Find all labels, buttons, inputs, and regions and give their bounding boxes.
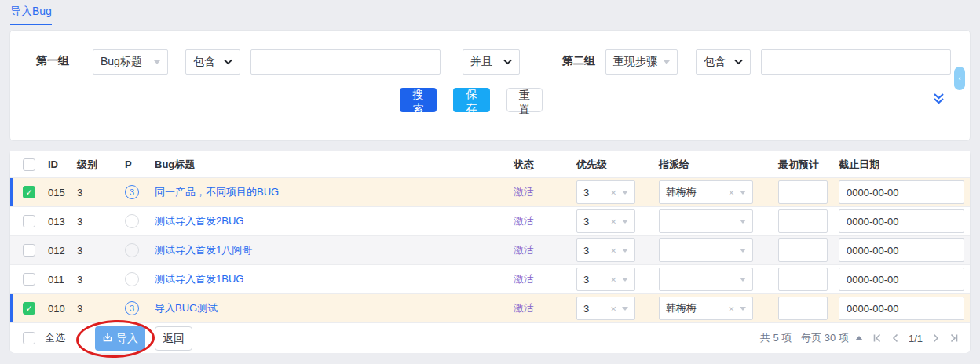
clear-icon[interactable]: × [610, 187, 616, 198]
bug-title-link[interactable]: 测试导入首发2BUG [155, 214, 243, 228]
estimate-input[interactable] [778, 297, 828, 320]
priority-select[interactable]: 3 × [576, 180, 635, 204]
deadline-input[interactable] [839, 180, 964, 204]
header-assignee: 指派给 [659, 151, 689, 177]
row-checkbox[interactable] [23, 273, 35, 286]
chevron-down-icon [622, 249, 628, 253]
deadline-input[interactable] [839, 297, 964, 320]
row-checkbox[interactable] [23, 215, 35, 228]
status-badge: 激活 [514, 243, 534, 257]
bug-table: ID 级别 P Bug标题 状态 优先级 指派给 最初预计 截止日期 015 3… [9, 151, 971, 353]
clear-icon[interactable]: × [610, 245, 616, 257]
group1-field-select[interactable]: Bug标题 [93, 49, 168, 75]
header-priority: 优先级 [576, 151, 607, 177]
header-deadline: 截止日期 [839, 151, 879, 177]
clear-icon[interactable]: × [728, 187, 734, 198]
search-button[interactable]: 搜索 [400, 88, 437, 112]
next-page-icon[interactable] [932, 333, 940, 343]
deadline-input[interactable] [839, 268, 964, 291]
select-all-header-checkbox[interactable] [23, 158, 35, 171]
estimate-input[interactable] [778, 180, 828, 204]
clear-icon[interactable]: × [610, 216, 616, 228]
assignee-value: 韩梅梅 [666, 301, 728, 315]
per-page-label[interactable]: 每页 30 项 [801, 331, 849, 345]
priority-select[interactable]: 3 × [576, 209, 635, 233]
bug-title-link[interactable]: 测试导入首发1BUG [155, 272, 243, 286]
group1-operator-select[interactable]: 包含 [185, 49, 240, 75]
group1-value-input[interactable] [250, 49, 441, 75]
group2-operator-select[interactable]: 包含 [696, 49, 751, 75]
pagination: 共 5 项 每页 30 项 1/1 [760, 323, 959, 353]
group2-field-select[interactable]: 重现步骤 [605, 49, 678, 75]
bug-title-link[interactable]: 导入BUG测试 [155, 301, 218, 315]
priority-select[interactable]: 3 × [576, 268, 635, 291]
last-page-icon[interactable] [949, 333, 959, 343]
import-button[interactable]: 导入 [95, 326, 145, 351]
deadline-input[interactable] [839, 209, 964, 233]
assignee-select[interactable]: 韩梅梅 × [659, 180, 753, 204]
chevron-down-icon [740, 191, 746, 195]
select-all-checkbox[interactable] [23, 332, 35, 344]
search-filter-panel: 第一组 Bug标题 包含 并且 第二组 重现步骤 包含 [9, 30, 971, 141]
table-row: 010 3 3 导入BUG测试 激活 3 × 韩梅梅 × [10, 294, 970, 323]
select-all-label: 全选 [45, 331, 65, 345]
clear-icon[interactable]: × [610, 303, 616, 315]
priority-select[interactable]: 3 × [576, 238, 635, 262]
chevron-down-icon [734, 59, 743, 65]
expand-filters-icon[interactable] [932, 93, 945, 108]
table-row: 013 3 测试导入首发2BUG 激活 3 × × [10, 207, 970, 236]
chevron-down-icon [664, 60, 670, 64]
estimate-input[interactable] [778, 268, 828, 291]
back-button[interactable]: 返回 [155, 326, 192, 351]
bug-title-link[interactable]: 同一产品，不同项目的BUG [155, 185, 279, 199]
tab-import-bug[interactable]: 导入Bug [10, 5, 52, 25]
chevron-down-icon [622, 307, 628, 311]
assignee-select[interactable]: × [659, 209, 753, 233]
table-body: 015 3 3 同一产品，不同项目的BUG 激活 3 × 韩梅梅 × 013 3… [10, 178, 970, 323]
bug-title-link[interactable]: 测试导入首发1八阿哥 [155, 243, 252, 257]
row-checkbox[interactable] [23, 186, 35, 198]
group2-field-value: 重现步骤 [613, 55, 657, 69]
assignee-select[interactable]: 韩梅梅 × [659, 297, 753, 320]
save-button[interactable]: 保存 [453, 88, 490, 112]
assignee-select[interactable]: × [659, 268, 753, 291]
import-bug-page: 导入Bug 第一组 Bug标题 包含 并且 第二组 重现步骤 包含 [0, 0, 980, 364]
severity-circle-icon [125, 272, 139, 286]
joiner-select[interactable]: 并且 [463, 49, 520, 75]
per-page-caret-icon[interactable] [855, 336, 863, 340]
chevron-down-icon [154, 60, 160, 64]
bug-severity: 3 [77, 294, 82, 322]
bug-id: 013 [48, 207, 65, 235]
assignee-select[interactable]: × [659, 238, 753, 262]
header-severity: 级别 [77, 151, 97, 177]
table-row: 011 3 测试导入首发1BUG 激活 3 × × [10, 265, 970, 294]
prev-page-icon[interactable] [891, 333, 899, 343]
row-checkbox[interactable] [23, 244, 35, 257]
priority-select[interactable]: 3 × [576, 297, 635, 320]
severity-circle-icon: 3 [125, 185, 139, 199]
first-page-icon[interactable] [872, 333, 882, 343]
row-checkbox[interactable] [23, 302, 35, 315]
group2-value-input[interactable] [761, 49, 951, 75]
bug-id: 011 [48, 265, 64, 293]
table-header-row: ID 级别 P Bug标题 状态 优先级 指派给 最初预计 截止日期 [10, 151, 970, 178]
priority-value: 3 [583, 274, 610, 286]
chevron-down-icon [740, 278, 746, 282]
status-badge: 激活 [514, 272, 534, 286]
estimate-input[interactable] [778, 238, 828, 262]
bug-severity: 3 [77, 178, 82, 206]
group2-label: 第二组 [562, 54, 595, 68]
estimate-input[interactable] [778, 209, 828, 233]
reset-button[interactable]: 重置 [506, 88, 543, 112]
group2-operator-value: 包含 [704, 55, 726, 69]
table-row: 015 3 3 同一产品，不同项目的BUG 激活 3 × 韩梅梅 × [10, 178, 970, 207]
collapse-panel-icon[interactable]: ‹ [954, 67, 965, 90]
clear-icon[interactable]: × [610, 274, 616, 286]
clear-icon[interactable]: × [728, 303, 734, 315]
bug-id: 012 [48, 236, 65, 264]
priority-value: 3 [583, 187, 610, 198]
table-footer: 全选 导入 返回 共 5 项 每页 30 项 [10, 323, 970, 353]
chevron-down-icon [622, 220, 628, 224]
page-indicator: 1/1 [909, 333, 923, 344]
deadline-input[interactable] [839, 238, 964, 262]
